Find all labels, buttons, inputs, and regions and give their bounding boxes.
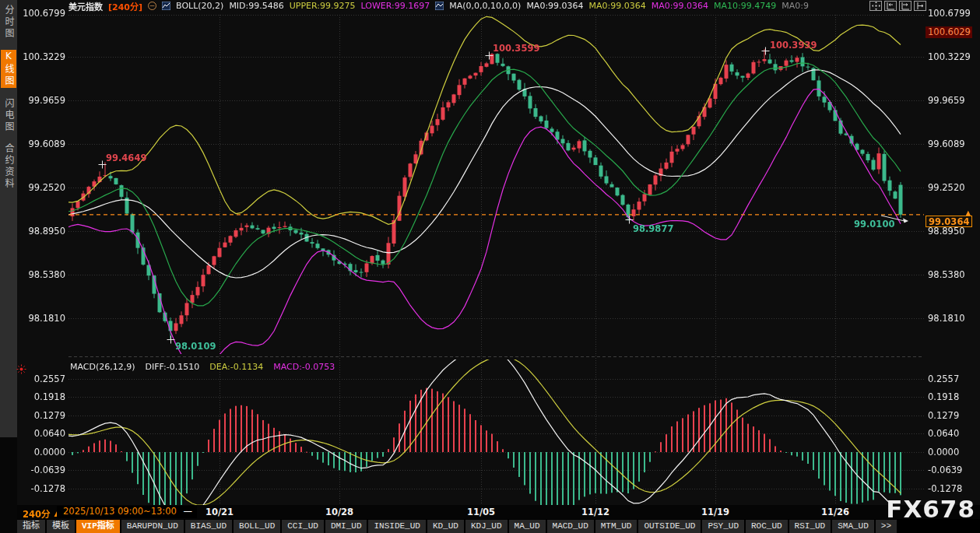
xaxis-tick-label: 11/12 (581, 507, 609, 517)
macd-axis-label: 0.0640 (20, 428, 65, 439)
ma-indicator-icon[interactable] (435, 2, 444, 10)
macd-axis-label: 0.1279 (928, 410, 978, 421)
toolbar-tab[interactable]: OUTSIDE_UD (638, 520, 701, 533)
toolbar-tab[interactable]: VIP指标 (76, 520, 120, 533)
bar-datetime-range: 2025/10/13 09:00~13:00 — (57, 506, 197, 518)
macd-axis-left: 0.25570.19180.12790.06400.0000-0.0639-0.… (20, 0, 65, 533)
toolbar-tab[interactable]: ROC_UD (746, 520, 788, 533)
toolbar-tab[interactable]: BIAS_UD (185, 520, 232, 533)
ma-value: MA0:99.0364 (589, 1, 646, 11)
toolbar-tab[interactable]: BOLL_UD (234, 520, 280, 533)
macd-axis-label: 0.2557 (928, 373, 978, 384)
toolbar-tab[interactable]: PSY_UD (702, 520, 744, 533)
macd-axis-label: -0.0639 (928, 465, 978, 475)
boll-mid-value: MID:99.5486 (229, 1, 283, 11)
macd-diff-value: DIFF:-0.1510 (146, 362, 200, 372)
period-label: 240分 (23, 507, 51, 520)
price-annotation: 100.3599 (493, 43, 539, 54)
toolbar-tab[interactable]: MACD_UD (547, 520, 594, 533)
toolbar-tab[interactable]: KD_UD (427, 520, 464, 533)
ma-value: MA0:99.0364 (652, 1, 708, 11)
instrument-title: 美元指数 (68, 0, 103, 12)
ma-value: MA10:99.4749 (714, 1, 776, 11)
macd-axis-label: 0.1279 (20, 410, 65, 421)
range-dash: — (184, 506, 193, 517)
datetime-range-text: 2025/10/13 09:00~13:00 (63, 506, 177, 517)
macd-axis-label: -0.1278 (20, 483, 65, 494)
sidebar-bottom-filler (0, 437, 17, 533)
boll-lower-value: LOWER:99.1697 (361, 1, 430, 11)
price-badge: 99.0364 ▲ (926, 216, 972, 227)
shift-right-icon[interactable] (914, 1, 926, 11)
price-badge-value: 100.6029 (928, 26, 971, 37)
chart-window-controls (869, 1, 926, 11)
axis-left-icon[interactable] (884, 1, 897, 11)
toolbar-tab[interactable]: 模板 (47, 520, 75, 533)
macd-header-bar: MACD(26,12,9) DIFF:-0.1510 DEA:-0.1134 M… (70, 362, 335, 372)
macd-axis-label: 0.0000 (20, 447, 65, 458)
period-selector[interactable]: 240分 ▲ (23, 507, 59, 520)
trading-app-window: 分时图K线图闪电图合约资料 美元指数 [240分] − BOLL(20,2) M… (0, 0, 980, 533)
macd-axis-label: 0.1918 (20, 391, 65, 402)
macd-axis-label: -0.0639 (20, 465, 65, 475)
left-sidebar: 分时图K线图闪电图合约资料 (0, 0, 17, 437)
alert-burst-icon[interactable] (16, 363, 26, 377)
toolbar-tab[interactable]: RSI_UD (789, 520, 831, 533)
xaxis-tick-label: 10/21 (205, 507, 234, 517)
toolbar-tab[interactable]: MTM_UD (595, 520, 638, 533)
price-annotation: 99.4649 (106, 153, 146, 163)
period-tag: [240分] (108, 0, 142, 12)
price-annotation: 99.0100 (854, 219, 894, 230)
ma-values: MA0:99.0364MA0:99.0364MA0:99.0364MA10:99… (526, 1, 809, 11)
macd-axis-label: 0.2557 (20, 373, 65, 384)
boll-label: BOLL(20,2) (176, 1, 223, 11)
toolbar-tab[interactable]: INSIDE_UD (368, 520, 425, 533)
up-arrow-icon: ▲ (966, 208, 971, 219)
toolbar-tab[interactable]: CCI_UD (282, 520, 324, 533)
toolbar-tab[interactable]: KDJ_UD (465, 520, 508, 533)
toolbar-tab[interactable]: >> (876, 520, 897, 533)
ma-label: MA(0,0,0,10,0,0) (449, 1, 521, 11)
xaxis-tick-label: 11/19 (701, 507, 729, 517)
macd-axis-label: 0.0000 (928, 447, 978, 458)
pan-icon[interactable] (869, 1, 882, 11)
sidebar-chart-mode-item[interactable]: K线图 (1, 50, 16, 88)
macd-name: MACD(26,12,9) (70, 362, 135, 372)
boll-upper-value: UPPER:99.9275 (290, 1, 356, 11)
macd-axis-label: 0.1918 (928, 391, 978, 402)
chart-canvas[interactable] (68, 11, 924, 506)
price-annotation: 98.0109 (175, 341, 216, 352)
price-badge: 100.6029 (926, 26, 972, 38)
price-annotation: 98.9877 (633, 223, 673, 234)
ma-value: MA0:99.0364 (526, 1, 583, 11)
xaxis-tick-label: 11/05 (467, 507, 495, 517)
macd-axis-label: -0.1278 (928, 483, 978, 494)
macd-axis-right: 0.25570.19180.12790.06400.0000-0.0639-0.… (928, 0, 978, 533)
toolbar-tab[interactable]: 指标 (17, 520, 45, 533)
xaxis-tick-label: 10/28 (325, 507, 353, 517)
price-badge-value: 99.0364 (929, 216, 969, 227)
xaxis-tick-label: 11/26 (821, 507, 849, 517)
collapse-minus-icon[interactable]: − (148, 2, 156, 10)
macd-axis-label: 0.0640 (928, 428, 978, 439)
indicator-toolbar: 指标模板VIP指标BARUPDN_UDBIAS_UDBOLL_UDCCI_UDD… (17, 519, 980, 533)
sidebar-chart-mode-item[interactable]: 合约资料 (1, 143, 16, 190)
macd-dea-value: DEA:-0.1134 (209, 362, 263, 372)
indicator-header-bar: 美元指数 [240分] − BOLL(20,2) MID:99.5486 UPP… (68, 0, 809, 12)
toolbar-tab[interactable]: MA_UD (509, 520, 546, 533)
ma-value: MA0:9 (782, 1, 809, 11)
toolbar-tab[interactable]: BARUPDN_UD (121, 520, 184, 533)
sidebar-chart-mode-item[interactable]: 闪电图 (1, 98, 16, 133)
boll-indicator-icon[interactable] (162, 2, 170, 10)
toolbar-tab[interactable]: SMA_UD (832, 520, 874, 533)
sidebar-chart-mode-item[interactable]: 分时图 (1, 5, 16, 40)
axis-right-icon[interactable] (899, 1, 912, 11)
macd-macd-value: MACD:-0.0753 (273, 362, 335, 372)
toolbar-tab[interactable]: DMI_UD (325, 520, 367, 533)
price-annotation: 100.3939 (770, 40, 817, 51)
